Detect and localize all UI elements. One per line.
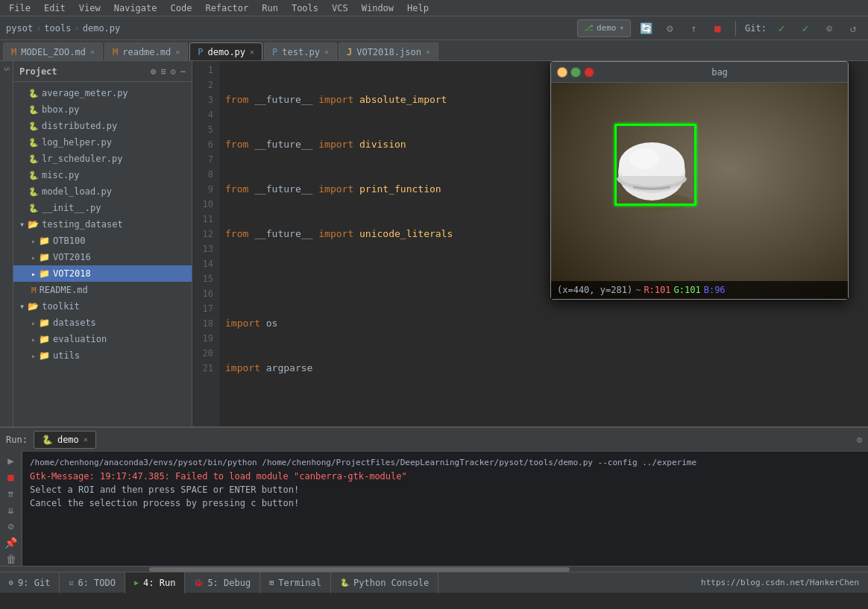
tab-test-close[interactable]: ✕ <box>324 48 329 56</box>
git-check-icon[interactable]: ✓ <box>773 19 790 37</box>
tab-python-console[interactable]: 🐍 Python Console <box>331 572 438 593</box>
pin-button[interactable]: 📌 <box>2 536 20 549</box>
git-label: Git: <box>745 23 767 34</box>
console-line-3: Select a ROI and then press SPACE or ENT… <box>30 483 861 496</box>
python-icon: 🐍 <box>42 435 53 445</box>
tab-model-zoo-close[interactable]: ✕ <box>90 48 95 56</box>
menu-refactor[interactable]: Refactor <box>199 1 254 15</box>
tree-label: model_load.py <box>42 186 112 197</box>
tab-demo-close[interactable]: ✕ <box>250 48 254 56</box>
git-undo-icon[interactable]: ↺ <box>844 19 862 37</box>
add-icon[interactable]: ⊕ <box>151 66 156 77</box>
gear-icon[interactable]: ⚙ <box>857 435 862 445</box>
menu-tools[interactable]: Tools <box>286 1 324 15</box>
tree-toolkit[interactable]: ▾ 📂 toolkit <box>13 298 192 315</box>
menu-help[interactable]: Help <box>401 1 435 15</box>
menu-view[interactable]: View <box>73 1 107 15</box>
json-icon: J <box>347 47 352 57</box>
breadcrumb: pysot › tools › demo.py <box>6 23 120 34</box>
tree-label: OTB100 <box>53 236 85 246</box>
tree-distributed[interactable]: 🐍 distributed.py <box>13 118 192 134</box>
tab-model-zoo[interactable]: M MODEL_ZOO.md ✕ <box>3 42 103 60</box>
run-console: ▶ ■ ⇈ ⇊ ⊘ 📌 🗑 /home/chenhong/anaconda3/e… <box>0 451 868 566</box>
run-tab-close[interactable]: ✕ <box>84 435 88 444</box>
git-check2-icon[interactable]: ✓ <box>796 19 814 37</box>
python-console-icon: 🐍 <box>340 578 349 587</box>
git-history-icon[interactable]: ⊙ <box>820 19 838 37</box>
settings-gear[interactable]: ⚙ <box>857 435 862 445</box>
minus-icon[interactable]: − <box>180 66 186 77</box>
sidebar-header: Project ⊕ ≡ ⚙ − <box>13 61 192 82</box>
tab-terminal[interactable]: ⊞ Terminal <box>260 572 331 593</box>
tree-misc[interactable]: 🐍 misc.py <box>13 167 192 183</box>
tree-otb100[interactable]: ▸ 📁 OTB100 <box>13 233 192 249</box>
menu-window[interactable]: Window <box>356 1 400 15</box>
py-file-icon6: 🐍 <box>28 171 39 180</box>
tree-log-helper[interactable]: 🐍 log_helper.py <box>13 134 192 151</box>
run-stop-button[interactable]: ■ <box>2 470 20 484</box>
tree-datasets[interactable]: ▸ 📁 datasets <box>13 315 192 331</box>
arrow-right-icon: ▸ <box>31 237 36 245</box>
pixel-info-bar: (x=440, y=281) ~ R:101 G:101 B:96 <box>551 281 848 299</box>
tab-test-py[interactable]: P test.py ✕ <box>264 42 337 60</box>
tree-model-load[interactable]: 🐍 model_load.py <box>13 183 192 200</box>
trash-button[interactable]: 🗑 <box>2 552 20 566</box>
git-update-button[interactable]: 🔄 <box>637 19 655 37</box>
tab-readme[interactable]: M readme.md ✕ <box>104 42 188 60</box>
tab-vot2018-close[interactable]: ✕ <box>426 48 430 56</box>
tab-readme-close[interactable]: ✕ <box>175 48 180 56</box>
tab-model-zoo-label: MODEL_ZOO.md <box>21 47 86 57</box>
git-branch-dropdown[interactable]: ⎇ demo ▾ <box>577 19 631 37</box>
settings-icon[interactable]: ⚙ <box>171 66 176 77</box>
console-output[interactable]: /home/chenhong/anaconda3/envs/pysot/bin/… <box>22 451 868 566</box>
tab-debug[interactable]: 🐞 5: Debug <box>185 572 260 593</box>
md-icon2: M <box>113 47 118 57</box>
tree-utils[interactable]: ▸ 📁 utils <box>13 347 192 364</box>
tab-run[interactable]: ▶ 4: Run <box>125 572 185 593</box>
pixel-b-value: B:96 <box>704 285 726 295</box>
code-editor-area[interactable]: 12345 678910 1112131415 1617181920 21 fr… <box>192 61 868 426</box>
console-scrollbar[interactable] <box>0 566 868 572</box>
menu-navigate[interactable]: Navigate <box>108 1 163 15</box>
scroll-bottom-button[interactable]: ⇊ <box>2 503 20 517</box>
tree-testing-dataset[interactable]: ▾ 📂 testing_dataset <box>13 216 192 233</box>
tab-todo[interactable]: ☑ 6: TODO <box>60 572 125 593</box>
tree-average-meter[interactable]: 🐍 average_meter.py <box>13 85 192 101</box>
git-settings-button[interactable]: ⚙ <box>661 19 679 37</box>
status-url: https://blog.csdn.net/HankerChen <box>692 578 868 587</box>
breadcrumb-sep1: › <box>36 23 41 34</box>
scroll-thumb[interactable] <box>149 567 570 572</box>
run-play-button[interactable]: ▶ <box>2 454 20 467</box>
structure-icon[interactable]: S <box>3 67 10 71</box>
folder-open-icon2: 📂 <box>28 301 39 312</box>
floating-image-window[interactable]: bag <box>550 61 849 300</box>
minimize-button[interactable] <box>557 67 567 78</box>
clear-console-button[interactable]: ⊘ <box>2 520 20 533</box>
menu-vcs[interactable]: VCS <box>326 1 354 15</box>
menu-file[interactable]: File <box>3 1 37 15</box>
tree-vot2016[interactable]: ▸ 📁 VOT2016 <box>13 249 192 265</box>
tree-init[interactable]: 🐍 __init__.py <box>13 200 192 216</box>
tree-lr-scheduler[interactable]: 🐍 lr_scheduler.py <box>13 151 192 167</box>
run-demo-tab[interactable]: 🐍 demo ✕ <box>34 431 96 449</box>
menu-edit[interactable]: Edit <box>38 1 72 15</box>
menu-run[interactable]: Run <box>256 1 284 15</box>
tree-evaluation[interactable]: ▸ 📁 evaluation <box>13 331 192 347</box>
maximize-button[interactable] <box>570 67 581 78</box>
git-red-button[interactable]: ■ <box>708 19 726 37</box>
run-panel: Run: 🐍 demo ✕ ⚙ ▶ ■ ⇈ ⇊ ⊘ 📌 🗑 /home/chen… <box>0 426 868 572</box>
tree-bbox[interactable]: 🐍 bbox.py <box>13 101 192 118</box>
tree-vot2018[interactable]: ▸ 📁 VOT2018 <box>13 265 192 282</box>
tree-readme[interactable]: M README.md <box>13 282 192 298</box>
menu-code[interactable]: Code <box>165 1 198 15</box>
py-file-icon3: 🐍 <box>28 122 39 131</box>
tab-demo-py[interactable]: P demo.py ✕ <box>189 42 262 60</box>
collapse-icon[interactable]: ≡ <box>160 66 166 77</box>
tree-label: log_helper.py <box>42 137 112 148</box>
close-button[interactable] <box>584 67 594 78</box>
tab-vot2018-json[interactable]: J VOT2018.json ✕ <box>339 42 438 60</box>
scroll-top-button[interactable]: ⇈ <box>2 487 20 500</box>
tab-git[interactable]: ⚙ 9: Git <box>0 572 60 593</box>
git-push-button[interactable]: ↑ <box>685 19 702 37</box>
floating-content: (x=440, y=281) ~ R:101 G:101 B:96 <box>551 83 848 299</box>
